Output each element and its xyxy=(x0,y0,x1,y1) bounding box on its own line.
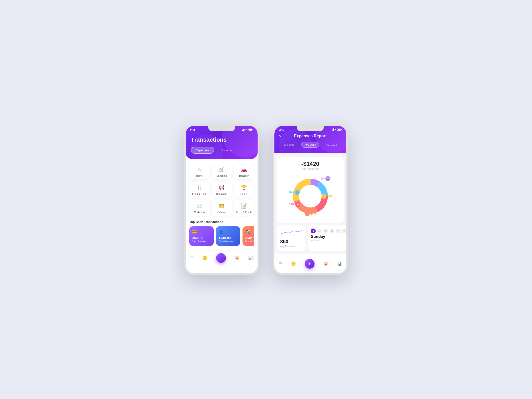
badge-27pct: ✈️ 27% xyxy=(305,211,316,216)
badge-16pct-icon: 🚗 xyxy=(295,190,300,195)
marketing-icon: ✉️ xyxy=(196,203,202,209)
money-transfer-icon: ✈️ xyxy=(245,229,254,234)
bottom-nav-2: ☰ 🪙 + 🐷 📊 xyxy=(274,256,346,272)
taxes-icon: 📝 xyxy=(241,203,247,209)
month-jan[interactable]: Jan 2018 xyxy=(281,142,298,147)
status-time-2: 9:41 xyxy=(279,128,284,131)
month-tabs: Jan 2018 Feb 2018 Mar 2018 xyxy=(274,140,346,149)
tab-row: Expenses Income xyxy=(186,147,258,154)
report-title: Expenses Report xyxy=(294,134,327,138)
add-button[interactable]: + xyxy=(216,253,226,263)
transaction-money-transfer[interactable]: ✈️ -$42.00 Money Transfer xyxy=(242,226,254,246)
day-name: Sunday xyxy=(311,234,347,239)
savings-icon-2[interactable]: 🐷 xyxy=(323,261,328,266)
money-transfer-amount: -$42.00 xyxy=(245,236,254,240)
category-marketing-label: Marketing xyxy=(194,211,205,214)
add-button-2[interactable]: + xyxy=(305,259,315,269)
money-transfer-label: Money Transfer xyxy=(245,240,254,243)
cash-received-label: Cash Received xyxy=(219,240,238,243)
back-button[interactable]: < xyxy=(279,134,281,138)
tab-income[interactable]: Income xyxy=(217,147,236,154)
category-sports-label: Sports xyxy=(241,193,248,195)
category-campaign-label: Campaign xyxy=(216,193,227,195)
phone-transactions: 9:41 ▾ Transactions Expenses Income xyxy=(184,124,259,275)
badge-27pct-icon: ✈️ xyxy=(305,211,310,216)
cash-received-amount: +$40.00 xyxy=(219,236,238,240)
signal-icon-2 xyxy=(331,128,334,131)
category-shopping[interactable]: 🛒 Shopping xyxy=(212,163,232,179)
campaign-icon: 📢 xyxy=(219,185,225,191)
badge-18pct-label: 18% xyxy=(289,203,294,206)
shopping-icon: 🛒 xyxy=(219,166,225,173)
category-marketing[interactable]: ✉️ Marketing xyxy=(189,200,209,216)
category-coupon[interactable]: 🎫 Coupon xyxy=(212,200,232,216)
wallet-icon[interactable]: 🪙 xyxy=(202,256,207,260)
day-T1[interactable]: T xyxy=(323,228,328,234)
badge-9pct-label: 9% xyxy=(321,177,324,180)
category-home[interactable]: ⌂ Home xyxy=(189,163,209,179)
cash-transfer-amount: -$40.00 xyxy=(192,236,211,240)
category-food[interactable]: 🍴 Food & Drink xyxy=(189,182,209,197)
avg-expenses-label: Avg Expenses xyxy=(280,245,302,248)
transactions-title: Top Cash Transactions xyxy=(189,220,254,224)
signal-icon xyxy=(242,128,245,131)
report-nav: < Expenses Report xyxy=(274,132,346,140)
transaction-cards: 💳 -$40.00 Cash Transfer 👤 +$40.00 Cash R… xyxy=(189,226,254,246)
transport-icon: 🚗 xyxy=(241,166,247,173)
badge-9pct-icon: 🏠 xyxy=(325,176,330,181)
transaction-cash-received[interactable]: 👤 +$40.00 Cash Received xyxy=(216,226,240,246)
badge-18pct-icon: ✉️ xyxy=(295,202,300,207)
category-campaign[interactable]: 📢 Campaign xyxy=(212,182,232,197)
category-sports[interactable]: 🏆 Sports xyxy=(234,182,254,197)
total-amount: -$1420 xyxy=(280,160,341,167)
transaction-cash-transfer[interactable]: 💳 -$40.00 Cash Transfer xyxy=(189,226,214,246)
notch xyxy=(208,126,235,131)
tab-expenses[interactable]: Expenses xyxy=(191,147,214,154)
day-F[interactable]: F xyxy=(342,228,347,234)
badge-9pct: 9% 🏠 xyxy=(321,176,330,181)
transactions-section: Top Cash Transactions 💳 -$40.00 Cash Tra… xyxy=(186,218,258,248)
savings-icon[interactable]: 🐷 xyxy=(235,256,240,260)
day-W[interactable]: W xyxy=(329,228,334,234)
category-transport[interactable]: 🚗 Transport xyxy=(234,163,254,179)
wifi-icon-2: ▾ xyxy=(335,128,336,131)
month-feb[interactable]: Feb 2018 xyxy=(301,142,319,148)
battery-icon-2 xyxy=(337,129,342,131)
phone-expenses-report: 9:41 ▾ < Expenses Report J xyxy=(273,124,348,275)
page-title: Transactions xyxy=(186,132,258,147)
chart-icon[interactable]: 📊 xyxy=(248,256,253,260)
badge-30pct-label: 30% xyxy=(327,195,332,198)
category-shopping-label: Shopping xyxy=(216,174,227,177)
wifi-icon: ▾ xyxy=(246,128,248,131)
category-food-label: Food & Drink xyxy=(192,193,206,195)
notch-2 xyxy=(297,126,324,131)
report-content: -$1420 Total expenses xyxy=(274,153,346,254)
month-mar[interactable]: Mar 2018 xyxy=(323,142,340,147)
status-icons: ▾ xyxy=(242,128,253,131)
status-icons-2: ▾ xyxy=(331,128,342,131)
category-coupon-label: Coupon xyxy=(217,211,226,214)
chart-icon-2[interactable]: 📊 xyxy=(337,261,342,266)
cash-transfer-icon: 💳 xyxy=(192,229,211,234)
wallet-icon-2[interactable]: 🪙 xyxy=(291,261,296,266)
coupon-icon: 🎫 xyxy=(219,203,225,209)
home-icon: ⌂ xyxy=(198,166,201,173)
category-taxes[interactable]: 📝 Taxes & Feeds xyxy=(234,200,254,216)
category-home-label: Home xyxy=(196,174,203,177)
badge-30pct-icon: 🏆 xyxy=(321,194,326,199)
day-S[interactable]: S xyxy=(311,228,316,234)
donut-chart: 9% 🏠 16% 🚗 18% ✉️ ✈️ xyxy=(288,174,332,218)
bottom-nav: ☰ 🪙 + 🐷 📊 xyxy=(186,250,258,266)
menu-icon[interactable]: ☰ xyxy=(190,256,194,260)
food-icon: 🍴 xyxy=(196,185,202,191)
day-T2[interactable]: T xyxy=(336,228,341,234)
day-sub: Holiday xyxy=(311,239,347,242)
badge-27pct-label: 27% xyxy=(310,212,316,215)
category-taxes-label: Taxes & Feeds xyxy=(236,211,252,214)
status-time: 9:41 xyxy=(190,128,195,131)
day-M[interactable]: M xyxy=(317,228,322,234)
menu-icon-2[interactable]: ☰ xyxy=(279,261,282,266)
donut-labels: 9% 🏠 16% 🚗 18% ✉️ ✈️ xyxy=(288,174,332,218)
day-selector: S M T W T F xyxy=(311,228,347,234)
cash-transfer-label: Cash Transfer xyxy=(192,240,211,243)
